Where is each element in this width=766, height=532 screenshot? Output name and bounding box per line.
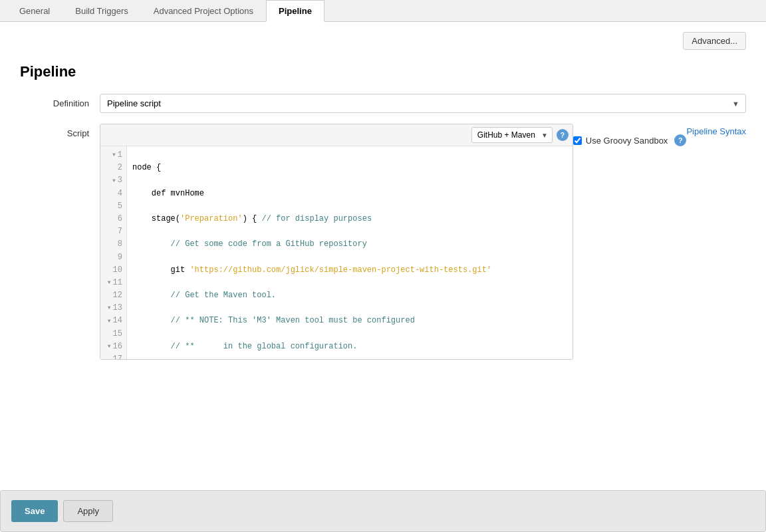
definition-row: Definition Pipeline script ▼ <box>20 94 746 113</box>
line-num-5: 5 <box>104 200 122 213</box>
code-line-5: git 'https://github.com/jglick/simple-ma… <box>132 264 567 277</box>
script-help-icon[interactable]: ? <box>557 129 569 141</box>
definition-select[interactable]: Pipeline script <box>100 94 746 113</box>
line-num-13: ▼13 <box>104 302 122 315</box>
tab-build-triggers[interactable]: Build Triggers <box>63 0 140 22</box>
main-container: General Build Triggers Advanced Project … <box>0 0 766 532</box>
advanced-button[interactable]: Advanced... <box>683 32 746 50</box>
line-numbers: ▼1 2 ▼3 4 5 6 7 8 9 10 ▼11 12 ▼13 ▼14 <box>100 146 127 359</box>
sample-select-wrap: GitHub + Maven ▼ <box>471 127 553 143</box>
page-title: Pipeline <box>20 63 746 80</box>
line-num-8: 8 <box>104 238 122 251</box>
code-line-7: // ** NOTE: This 'M3' Maven tool must be… <box>132 315 567 327</box>
action-area: Save Apply <box>0 490 766 532</box>
line-num-10: 10 <box>104 264 122 277</box>
script-label: Script <box>20 124 100 138</box>
line-num-3: ▼3 <box>104 174 122 187</box>
line-num-7: 7 <box>104 225 122 238</box>
line-num-1: ▼1 <box>104 149 122 162</box>
save-button[interactable]: Save <box>11 500 58 522</box>
script-row: Script GitHub + Maven ▼ ? ▼1 <box>20 124 746 360</box>
line-num-2: 2 <box>104 162 122 174</box>
code-line-6: // Get the Maven tool. <box>132 289 567 302</box>
groovy-sandbox-help-icon[interactable]: ? <box>674 134 686 146</box>
tab-general[interactable]: General <box>7 0 63 22</box>
line-num-4: 4 <box>104 188 122 200</box>
advanced-row: Advanced... <box>20 32 746 50</box>
code-editor[interactable]: ▼1 2 ▼3 4 5 6 7 8 9 10 ▼11 12 ▼13 ▼14 <box>100 146 573 359</box>
code-line-2: def mvnHome <box>132 188 567 200</box>
line-num-17: 17 <box>104 353 122 359</box>
content-area: Advanced... Pipeline Definition Pipeline… <box>0 22 766 470</box>
tabs-bar: General Build Triggers Advanced Project … <box>0 0 766 22</box>
pipeline-syntax-link[interactable]: Pipeline Syntax <box>686 126 746 136</box>
apply-button[interactable]: Apply <box>63 500 113 522</box>
script-editor-wrap: GitHub + Maven ▼ ? ▼1 2 ▼3 4 5 6 <box>100 124 573 360</box>
tab-advanced-project-options[interactable]: Advanced Project Options <box>141 0 266 22</box>
script-toolbar: GitHub + Maven ▼ ? <box>100 124 573 146</box>
code-lines: node { def mvnHome stage('Preparation') … <box>127 146 573 359</box>
line-num-16: ▼16 <box>104 340 122 353</box>
groovy-sandbox-row: Use Groovy Sandbox ? <box>573 129 687 152</box>
sample-select[interactable]: GitHub + Maven <box>471 127 553 143</box>
use-groovy-sandbox-label: Use Groovy Sandbox <box>586 136 668 146</box>
code-line-3: stage('Preparation') { // for display pu… <box>132 213 567 225</box>
use-groovy-sandbox-checkbox[interactable] <box>573 136 582 145</box>
definition-label: Definition <box>20 94 100 108</box>
line-num-6: 6 <box>104 213 122 225</box>
code-line-4: // Get some code from a GitHub repositor… <box>132 238 567 251</box>
line-num-9: 9 <box>104 251 122 264</box>
line-num-12: 12 <box>104 289 122 302</box>
pipeline-syntax-row: Pipeline Syntax <box>686 124 746 139</box>
code-line-1: node { <box>132 162 567 174</box>
line-num-15: 15 <box>104 328 122 340</box>
line-num-11: ▼11 <box>104 277 122 289</box>
definition-control: Pipeline script ▼ <box>100 94 746 113</box>
line-num-14: ▼14 <box>104 315 122 327</box>
tab-pipeline[interactable]: Pipeline <box>266 0 324 22</box>
code-line-8: // ** in the global configuration. <box>132 340 567 353</box>
definition-select-wrap: Pipeline script ▼ <box>100 94 746 113</box>
